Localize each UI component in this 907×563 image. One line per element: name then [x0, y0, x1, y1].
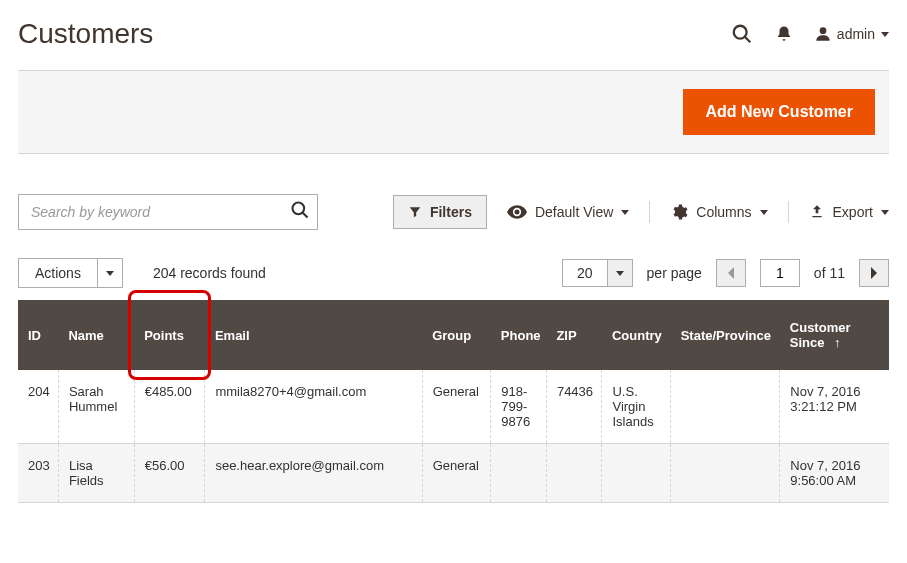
notifications-icon[interactable] [775, 24, 793, 44]
col-header-country[interactable]: Country [602, 300, 671, 370]
chevron-down-icon [881, 210, 889, 215]
cell-since: Nov 7, 2016 9:56:00 AM [780, 444, 889, 503]
chevron-down-icon [616, 271, 624, 276]
default-view-control[interactable]: Default View [507, 204, 629, 220]
chevron-down-icon [881, 32, 889, 37]
cell-phone [491, 444, 547, 503]
funnel-icon [408, 205, 422, 219]
user-menu[interactable]: admin [815, 25, 889, 43]
columns-control[interactable]: Columns [670, 203, 767, 221]
table-row[interactable]: 203Lisa Fields€56.00see.hear.explore@gma… [18, 444, 889, 503]
user-label: admin [837, 26, 875, 42]
cell-phone: 918-799-9876 [491, 370, 547, 444]
col-header-points[interactable]: Points [134, 300, 205, 370]
cell-id: 203 [18, 444, 58, 503]
gear-icon [670, 203, 688, 221]
filters-label: Filters [430, 204, 472, 220]
cell-group: General [422, 370, 491, 444]
cell-email: mmila8270+4@gmail.com [205, 370, 422, 444]
next-page-button[interactable] [859, 259, 889, 287]
add-new-customer-button[interactable]: Add New Customer [683, 89, 875, 135]
cell-zip [546, 444, 602, 503]
page-size-value: 20 [563, 260, 607, 286]
cell-zip: 74436 [546, 370, 602, 444]
per-page-label: per page [647, 265, 702, 281]
columns-label: Columns [696, 204, 751, 220]
records-found: 204 records found [153, 265, 266, 281]
chevron-right-icon [870, 267, 878, 279]
col-header-group[interactable]: Group [422, 300, 491, 370]
page-input[interactable] [760, 259, 800, 287]
page-size-dropdown[interactable] [607, 260, 632, 286]
svg-point-2 [820, 27, 827, 34]
col-header-zip[interactable]: ZIP [546, 300, 602, 370]
cell-name: Sarah Hummel [58, 370, 134, 444]
search-wrap [18, 194, 318, 230]
cell-id: 204 [18, 370, 58, 444]
col-header-name[interactable]: Name [58, 300, 134, 370]
eye-icon [507, 205, 527, 219]
cell-state [671, 370, 780, 444]
export-control[interactable]: Export [809, 204, 889, 220]
sort-asc-icon: ↑ [834, 335, 841, 350]
col-header-state[interactable]: State/Province [671, 300, 780, 370]
svg-point-3 [293, 203, 305, 215]
bulk-actions-dropdown[interactable] [97, 259, 122, 287]
export-label: Export [833, 204, 873, 220]
cell-country: U.S. Virgin Islands [602, 370, 671, 444]
customers-table: ID Name Points Email Group Phone ZIP Cou… [18, 300, 889, 503]
search-icon[interactable] [731, 23, 753, 45]
page-size-select[interactable]: 20 [562, 259, 633, 287]
cell-group: General [422, 444, 491, 503]
col-header-id[interactable]: ID [18, 300, 58, 370]
col-header-phone[interactable]: Phone [491, 300, 547, 370]
chevron-down-icon [106, 271, 114, 276]
search-submit-icon[interactable] [290, 200, 310, 224]
bulk-actions-select[interactable]: Actions [18, 258, 123, 288]
chevron-down-icon [760, 210, 768, 215]
chevron-down-icon [621, 210, 629, 215]
default-view-label: Default View [535, 204, 613, 220]
export-icon [809, 204, 825, 220]
col-header-email[interactable]: Email [205, 300, 422, 370]
cell-since: Nov 7, 2016 3:21:12 PM [780, 370, 889, 444]
cell-state [671, 444, 780, 503]
cell-name: Lisa Fields [58, 444, 134, 503]
col-header-since-label: Customer Since [790, 320, 851, 350]
cell-email: see.hear.explore@gmail.com [205, 444, 422, 503]
divider [649, 201, 650, 223]
cell-country [602, 444, 671, 503]
user-icon [815, 25, 831, 43]
svg-line-1 [745, 37, 751, 43]
page-total-label: of 11 [814, 265, 845, 281]
svg-line-4 [303, 213, 308, 218]
cell-points: €56.00 [134, 444, 205, 503]
filters-button[interactable]: Filters [393, 195, 487, 229]
table-row[interactable]: 204Sarah Hummel€485.00mmila8270+4@gmail.… [18, 370, 889, 444]
divider [788, 201, 789, 223]
chevron-left-icon [727, 267, 735, 279]
col-header-customer-since[interactable]: Customer Since ↑ [780, 300, 889, 370]
cell-points: €485.00 [134, 370, 205, 444]
search-input[interactable] [18, 194, 318, 230]
prev-page-button[interactable] [716, 259, 746, 287]
bulk-actions-label: Actions [19, 259, 97, 287]
page-title: Customers [18, 18, 153, 50]
svg-point-0 [734, 26, 747, 39]
